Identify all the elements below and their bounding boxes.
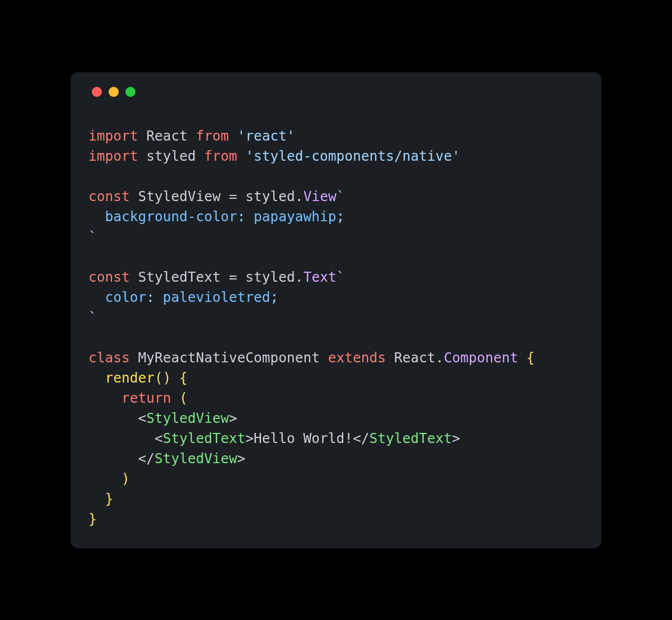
code-line-13: render() { [88,370,188,386]
code-block: import React from 'react' import styled … [88,126,584,529]
code-line-17: </StyledView> [88,450,245,467]
code-line-15: <StyledView> [88,410,237,426]
code-line-4: const StyledView = styled.View` [88,188,344,204]
code-line-12: class MyReactNativeComponent extends Rea… [88,349,535,366]
code-line-9: color: palevioletred; [88,289,278,305]
code-line-18: ) [88,470,130,487]
code-line-1: import React from 'react' [88,128,295,144]
minimize-traffic-light-icon[interactable] [109,87,119,97]
code-line-2: import styled from 'styled-components/na… [88,148,460,164]
close-traffic-light-icon[interactable] [92,87,102,97]
code-line-8: const StyledText = styled.Text` [88,269,344,285]
code-line-10: ` [88,309,97,325]
window-titlebar [92,87,584,97]
code-line-6: ` [88,229,97,245]
zoom-traffic-light-icon[interactable] [125,87,136,97]
code-line-16: <StyledText>Hello World!</StyledText> [88,430,460,446]
code-line-5: background-color: papayawhip; [88,208,344,225]
code-line-20: } [88,511,97,527]
code-window: import React from 'react' import styled … [71,72,601,548]
code-line-14: return ( [88,390,188,406]
code-line-19: } [88,491,113,507]
